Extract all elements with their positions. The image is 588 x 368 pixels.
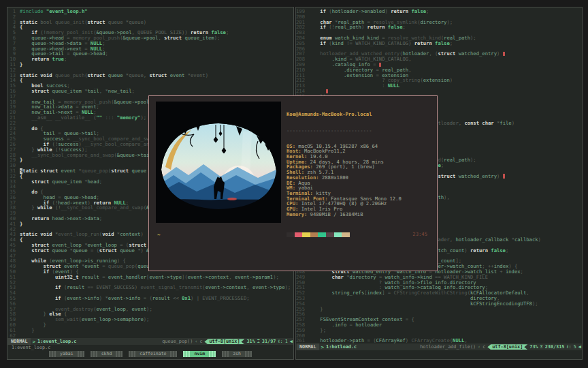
code-token: *) — [137, 248, 146, 254]
code-token: struct — [88, 20, 108, 25]
cursor-position: 230/315 — [545, 344, 565, 350]
code-token: context — [120, 232, 140, 237]
code-token: if — [308, 25, 329, 30]
code-token: queue — [120, 248, 137, 254]
code-token: , — [158, 35, 164, 41]
statusline-right: NORMAL > 1:hotload.c hotloader_add_file(… — [296, 343, 582, 350]
code-token: hotloader->enabled — [332, 9, 385, 14]
code-token: = — [102, 264, 108, 269]
statusline-left: NORMAL > 1:event_loop.c queue_pop() ‹ c … — [7, 338, 293, 345]
code-token: struct — [20, 179, 52, 185]
code-line: 55 if (event->info) *event->info = (resu… — [7, 296, 293, 301]
code-line: 53 if (result == EVENT_SUCCESS) event_si… — [7, 285, 293, 290]
code-token: ; — [521, 269, 523, 275]
code-token: extension — [423, 78, 450, 83]
vim-mode-indicator: NORMAL — [8, 338, 31, 345]
tmux-tab-yabai[interactable]: yabai — [49, 351, 84, 357]
tab-label: nvim — [190, 351, 209, 357]
code-token: NULL — [453, 338, 464, 343]
code-token: struct — [40, 168, 61, 174]
code-token: kind — [332, 41, 347, 46]
code-token: CFArrayCreate — [411, 338, 449, 343]
code-token: ::: — [102, 115, 117, 121]
cursor-column: 5 — [574, 344, 576, 350]
floating-terminal-window[interactable]: Koe@Asmunds-MacBook-Pro.local ----------… — [148, 95, 438, 271]
shell-prompt[interactable]: ~ — [157, 232, 161, 238]
code-token: real_path — [335, 25, 361, 30]
code-token: return — [20, 57, 52, 62]
code-line: 13static void queue_push(struct queue *q… — [7, 73, 293, 78]
buffer-name: 1:event_loop.c — [37, 339, 76, 344]
code-token: , — [246, 285, 252, 290]
color-swatch — [334, 232, 342, 237]
code-token: , — [126, 307, 132, 312]
terminal-color-palette — [287, 232, 402, 237]
tab-edge — [183, 351, 190, 357]
tab-edge — [91, 351, 97, 357]
field-value: 9480MiB / 16384MiB — [307, 211, 363, 217]
code-token: ; — [441, 163, 444, 168]
code-token: event — [131, 307, 146, 312]
tmux-tab-nvim[interactable]: nvim — [183, 351, 216, 357]
code-token: ; — [403, 25, 406, 30]
code-token: false — [491, 248, 506, 254]
color-swatch — [287, 232, 295, 237]
code-token: ; — [99, 216, 102, 221]
code-line: 255 } — [296, 307, 582, 312]
code-line: 254 kCFStringEncodingUTF8); — [296, 301, 582, 307]
code-token: , — [526, 290, 529, 296]
desktop: 1#include "event_loop.h"23static bool qu… — [0, 0, 588, 368]
code-token: ) * — [99, 296, 108, 301]
code-token: queue — [52, 248, 70, 254]
triangle-icon: ◀ — [578, 344, 581, 350]
tab-label: caffeinate — [135, 351, 170, 357]
code-line: 258 .info = hotloader — [296, 322, 582, 328]
code-token: *queue, — [126, 73, 150, 78]
code-line: 62 — [7, 333, 293, 339]
code-line: 10 return true; — [7, 57, 293, 62]
tmux-tab-skhd[interactable]: skhd — [91, 351, 123, 357]
code-token: file — [500, 121, 511, 126]
code-token: while — [37, 205, 55, 211]
code-token: bool — [40, 20, 55, 25]
code-token: &queue->tail — [117, 153, 152, 158]
code-token: ); — [273, 275, 279, 280]
code-token: event->info — [108, 296, 144, 301]
tab-edge — [170, 351, 177, 357]
code-token: return — [470, 248, 491, 254]
tmux-tab-caffeinate[interactable]: caffeinate — [129, 351, 177, 357]
code-line: 1#include "event_loop.h" — [7, 9, 293, 14]
code-token: kCFStringEncodingUTF8 — [470, 301, 532, 307]
code-token: new_tail — [108, 89, 132, 94]
code-token: __sync_bool_compare_and_swap — [61, 205, 144, 211]
code-token: result — [152, 296, 173, 301]
code-token: ; — [506, 248, 508, 254]
cave-wolf-sunset-illustration — [156, 102, 281, 223]
red-marker — [503, 174, 506, 178]
code-token: void — [102, 232, 117, 237]
tab-edge — [129, 351, 135, 357]
code-line: 261 hotloader->path = (CFArrayRef) CFArr… — [296, 338, 582, 343]
code-token: queue_pop — [82, 168, 108, 174]
tmux-tab-zsh[interactable]: zsh — [222, 351, 252, 357]
tab-edge — [222, 351, 229, 357]
code-token: static void — [20, 232, 55, 237]
code-token: = ( — [144, 296, 152, 301]
code-token: = — [350, 322, 356, 328]
code-token: CFArrayRef — [376, 338, 406, 343]
line-number: 261 — [296, 338, 308, 343]
lines-icon: Ξ — [540, 344, 543, 350]
code-token: index — [506, 269, 521, 275]
code-token: ); — [144, 317, 150, 322]
code-token: struct — [20, 248, 52, 254]
code-token: head->next->data — [52, 216, 99, 221]
code-token: }; — [308, 328, 326, 333]
code-token: ); — [214, 35, 220, 41]
code-token: if — [20, 285, 64, 290]
cursor-position: 31/97 — [262, 339, 276, 344]
code-line: 214 — [296, 89, 582, 94]
code-token: } — [20, 157, 22, 163]
code-token: = ( — [91, 248, 99, 254]
code-token: ) — [512, 121, 514, 126]
line-icon: ℓ: — [278, 339, 282, 344]
